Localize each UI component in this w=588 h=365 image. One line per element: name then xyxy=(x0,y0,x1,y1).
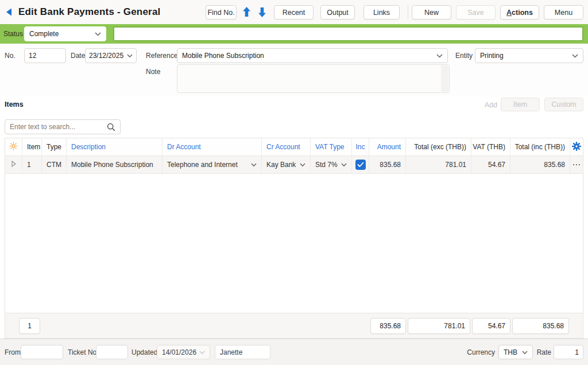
row-more-button[interactable] xyxy=(570,156,583,173)
chevron-down-icon xyxy=(338,163,347,167)
total-exc-box: 781.01 xyxy=(408,318,470,334)
page-title: Edit Bank Payments - General xyxy=(18,6,160,18)
cell-cr-account-select[interactable]: Kay Bank xyxy=(262,156,311,173)
column-header-vat[interactable]: VAT (THB) xyxy=(471,138,510,156)
chevron-down-icon xyxy=(199,348,205,356)
up-arrow-icon[interactable] xyxy=(242,6,252,18)
date-select[interactable]: 23/12/2025 xyxy=(85,48,137,63)
toolbar-divider xyxy=(408,5,408,20)
chevron-down-icon xyxy=(247,163,257,167)
cr-account-value: Kay Bank xyxy=(266,161,296,169)
from-field[interactable] xyxy=(21,345,63,359)
menu-button[interactable]: Menu xyxy=(544,5,583,20)
add-label: Add xyxy=(485,101,497,109)
reference-select[interactable]: Mobile Phone Subscription xyxy=(177,48,448,63)
cell-dr-account-select[interactable]: Telephone and Internet xyxy=(163,156,262,173)
add-custom-button: Custom xyxy=(544,98,583,111)
footer-bar: From Ticket No. Updated 14/01/2026 Janet… xyxy=(0,339,588,365)
total-amount-box: 835.68 xyxy=(370,318,406,334)
currency-select[interactable]: THB xyxy=(498,345,533,359)
row-expander-icon xyxy=(11,161,16,169)
date-label: Date xyxy=(71,52,85,60)
row-count-box: 1 xyxy=(19,318,40,334)
status-select[interactable]: Complete xyxy=(24,26,106,41)
checkmark-icon xyxy=(357,162,364,168)
cell-item: 1 xyxy=(22,156,42,173)
status-label: Status xyxy=(3,30,23,38)
grid-empty-area xyxy=(5,174,583,313)
cell-amount[interactable]: 835.68 xyxy=(369,156,406,173)
total-vat-box: 54.67 xyxy=(472,318,510,334)
add-item-button: Item xyxy=(501,98,540,111)
status-message-input[interactable] xyxy=(113,26,583,41)
cell-type: CTM xyxy=(42,156,67,173)
edit-bank-payments-window: Edit Bank Payments - General Find No. Re… xyxy=(0,0,588,365)
table-row[interactable]: 1 CTM Mobile Phone Subscription Telephon… xyxy=(5,156,583,174)
column-header-total-exc[interactable]: Total (exc (THB)) xyxy=(406,138,471,156)
column-header-cr-account[interactable]: Cr Account xyxy=(262,138,311,156)
row-marker-column-header[interactable] xyxy=(5,138,22,156)
inc-checkbox[interactable] xyxy=(355,160,366,170)
items-title: Items xyxy=(5,100,24,108)
save-button: Save xyxy=(456,5,496,20)
find-no-button[interactable]: Find No. xyxy=(206,5,237,20)
column-header-dr-account[interactable]: Dr Account xyxy=(163,138,262,156)
column-header-total-inc[interactable]: Total (inc (THB)) xyxy=(510,138,570,156)
cell-inc xyxy=(352,156,369,173)
column-header-description[interactable]: Description xyxy=(67,138,163,156)
ticket-no-field[interactable] xyxy=(96,345,128,359)
no-label: No. xyxy=(5,52,16,60)
column-header-inc[interactable]: Inc xyxy=(352,138,369,156)
cell-total-exc: 781.01 xyxy=(406,156,471,173)
date-value: 23/12/2025 xyxy=(89,52,127,60)
more-icon xyxy=(573,164,581,166)
currency-value: THB xyxy=(504,348,522,356)
status-bar: Status Complete xyxy=(0,24,588,44)
items-search[interactable] xyxy=(5,119,121,134)
entity-select[interactable]: Printing xyxy=(475,48,583,63)
cell-vat: 54.67 xyxy=(471,156,510,173)
gear-icon xyxy=(572,142,581,153)
chevron-down-icon xyxy=(296,163,305,167)
links-button[interactable]: Links xyxy=(363,5,400,20)
chevron-down-icon xyxy=(522,348,528,356)
note-label: Note xyxy=(146,68,160,76)
new-button[interactable]: New xyxy=(412,5,451,20)
rate-field[interactable] xyxy=(554,345,583,359)
no-field[interactable] xyxy=(24,48,66,63)
items-section-header: Items Add Item Custom xyxy=(0,96,588,112)
entity-label: Entity xyxy=(455,52,473,60)
column-settings-button[interactable] xyxy=(570,138,583,156)
grid-totals-row: 1 835.68 781.01 54.67 835.68 xyxy=(5,313,583,338)
column-header-item[interactable]: Item xyxy=(22,138,42,156)
note-scrollbar[interactable] xyxy=(441,65,448,92)
column-header-type[interactable]: Type xyxy=(42,138,67,156)
updated-date-value: 14/01/2026 xyxy=(162,348,199,356)
total-inc-box: 835.68 xyxy=(512,318,569,334)
column-header-amount[interactable]: Amount xyxy=(369,138,406,156)
actions-label-rest: ctions xyxy=(512,9,533,17)
row-expander[interactable] xyxy=(5,156,22,173)
search-input[interactable] xyxy=(5,123,107,131)
back-icon[interactable] xyxy=(5,7,14,17)
ticket-no-label: Ticket No. xyxy=(68,348,99,356)
currency-label: Currency xyxy=(467,348,495,356)
updated-by-field: Janette xyxy=(215,345,270,359)
cell-description[interactable]: Mobile Phone Subscription xyxy=(67,156,163,173)
output-button[interactable]: Output xyxy=(320,5,355,20)
column-header-vat-type[interactable]: VAT Type xyxy=(311,138,352,156)
down-arrow-icon[interactable] xyxy=(257,6,267,18)
chevron-down-icon xyxy=(95,30,101,38)
search-icon[interactable] xyxy=(107,123,115,131)
document-form: No. Date 23/12/2025 Reference Mobile Pho… xyxy=(0,44,588,96)
actions-button[interactable]: Actions xyxy=(500,5,539,20)
items-search-row xyxy=(0,112,588,138)
note-field[interactable] xyxy=(177,64,450,93)
status-value: Complete xyxy=(29,30,95,38)
grid-header-row: Item Type Description Dr Account Cr Acco… xyxy=(5,138,583,156)
chevron-down-icon xyxy=(572,52,578,60)
sun-icon xyxy=(9,142,18,152)
recent-button[interactable]: Recent xyxy=(274,5,314,20)
reference-label: Reference xyxy=(146,52,177,60)
cell-vat-type-select[interactable]: Std 7% xyxy=(311,156,352,173)
